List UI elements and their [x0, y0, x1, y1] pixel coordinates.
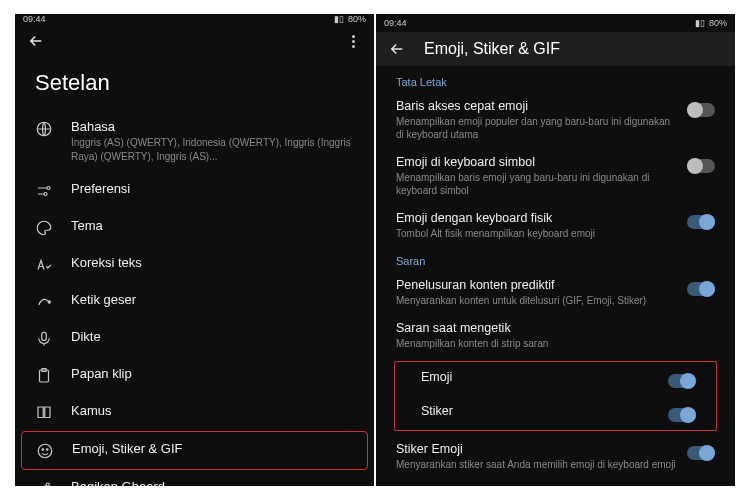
row-title: Kamus	[71, 403, 354, 418]
back-button[interactable]	[388, 40, 406, 58]
clipboard-icon	[35, 367, 53, 385]
setting-penelusuran-prediktif[interactable]: Penelusuran konten prediktif Menyarankan…	[382, 271, 729, 314]
setting-stiker-emoji[interactable]: Stiker Emoji Menyarankan stiker saat And…	[382, 435, 729, 478]
setting-emoji-keyboard-simbol[interactable]: Emoji di keyboard simbol Menampilkan bar…	[382, 148, 729, 204]
sidebar-item-preferensi[interactable]: Preferensi	[21, 172, 368, 209]
setting-emoji-keyboard-fisik[interactable]: Emoji dengan keyboard fisik Tombol Alt f…	[382, 204, 729, 247]
setting-title: Emoji	[415, 370, 658, 384]
toggle-switch[interactable]	[668, 374, 696, 388]
toggle-switch[interactable]	[687, 159, 715, 173]
row-title: Emoji, Stiker & GIF	[72, 441, 353, 456]
row-title: Koreksi teks	[71, 255, 354, 270]
setting-title: Baris akses cepat emoji	[396, 99, 677, 113]
setting-title: Emoji dengan keyboard fisik	[396, 211, 677, 225]
back-button[interactable]	[27, 32, 45, 50]
setting-desc: Menampilkan baris emoji yang baru-baru i…	[396, 171, 677, 197]
sliders-icon	[35, 182, 53, 200]
sidebar-item-dikte[interactable]: Dikte	[21, 320, 368, 357]
svg-point-2	[44, 193, 47, 196]
status-right: ▮▯ 80%	[334, 14, 366, 24]
sidebar-item-tema[interactable]: Tema	[21, 209, 368, 246]
row-sub: Inggris (AS) (QWERTY), Indonesia (QWERTY…	[71, 136, 354, 163]
setting-saran-stiker[interactable]: Stiker	[395, 396, 716, 430]
setting-desc: Menyarankan stiker saat Anda memilih emo…	[396, 458, 677, 471]
section-tata-letak: Tata Letak	[382, 68, 729, 92]
row-title: Bahasa	[71, 119, 354, 134]
sidebar-item-bahasa[interactable]: Bahasa Inggris (AS) (QWERTY), Indonesia …	[21, 110, 368, 172]
topbar-left	[15, 24, 374, 58]
svg-point-7	[38, 444, 52, 458]
status-time: 09:44	[384, 18, 407, 28]
toggle-switch[interactable]	[687, 282, 715, 296]
sidebar-item-papan-klip[interactable]: Papan klip	[21, 357, 368, 394]
setting-title: Emoji di keyboard simbol	[396, 155, 677, 169]
setting-baris-akses-cepat[interactable]: Baris akses cepat emoji Menampilkan emoj…	[382, 92, 729, 148]
svg-rect-4	[42, 332, 47, 340]
share-icon	[35, 480, 53, 486]
status-right: ▮▯ 80%	[695, 18, 727, 28]
svg-point-9	[47, 449, 49, 451]
swipe-icon	[35, 293, 53, 311]
text-check-icon	[35, 256, 53, 274]
status-bar-left: 09:44 ▮▯ 80%	[15, 14, 374, 24]
sidebar-item-kamus[interactable]: Kamus	[21, 394, 368, 431]
mic-icon	[35, 330, 53, 348]
svg-point-11	[46, 483, 49, 486]
setting-title: Penelusuran konten prediktif	[396, 278, 677, 292]
row-title: Ketik geser	[71, 292, 354, 307]
typing-suggestions-group: Emoji Stiker	[394, 361, 717, 431]
topbar-right: Emoji, Stiker & GIF	[376, 32, 735, 66]
row-title: Papan klip	[71, 366, 354, 381]
svg-point-3	[48, 301, 50, 303]
setting-saran-mengetik-header: Saran saat mengetik Menampilkan konten d…	[382, 314, 729, 357]
settings-pane: 09:44 ▮▯ 80% Setelan Bahasa Inggris (AS)…	[15, 14, 374, 486]
emoji-settings-pane: 09:44 ▮▯ 80% Emoji, Stiker & GIF Tata Le…	[376, 14, 735, 486]
toggle-switch[interactable]	[687, 446, 715, 460]
sidebar-item-bagikan-gboard[interactable]: Bagikan Gboard	[21, 470, 368, 486]
battery-text: 80%	[348, 14, 366, 24]
signal-icon: ▮▯	[695, 18, 705, 28]
sidebar-item-ketik-geser[interactable]: Ketik geser	[21, 283, 368, 320]
sidebar-item-emoji-stiker-gif[interactable]: Emoji, Stiker & GIF	[21, 431, 368, 470]
setting-title: Saran saat mengetik	[396, 321, 715, 335]
toggle-switch[interactable]	[687, 215, 715, 229]
setting-saran-emoji[interactable]: Emoji	[395, 362, 716, 396]
setting-desc: Tombol Alt fisik menampilkan keyboard em…	[396, 227, 677, 240]
signal-icon: ▮▯	[334, 14, 344, 24]
toggle-switch[interactable]	[687, 103, 715, 117]
palette-icon	[35, 219, 53, 237]
emoji-icon	[36, 442, 54, 460]
toggle-switch[interactable]	[668, 408, 696, 422]
setting-desc: Menyarankan konten untuk ditelusuri (GIF…	[396, 294, 677, 307]
section-saran: Saran	[382, 247, 729, 271]
row-title: Tema	[71, 218, 354, 233]
header-title: Emoji, Stiker & GIF	[424, 40, 560, 58]
setting-desc: Menampilkan konten di strip saran	[396, 337, 715, 350]
globe-icon	[35, 120, 53, 138]
setting-title: Stiker	[415, 404, 658, 418]
status-bar-right: 09:44 ▮▯ 80%	[376, 14, 735, 32]
row-title: Dikte	[71, 329, 354, 344]
row-title: Bagikan Gboard	[71, 479, 354, 486]
page-title: Setelan	[15, 58, 374, 110]
book-icon	[35, 404, 53, 422]
battery-text: 80%	[709, 18, 727, 28]
sidebar-item-koreksi-teks[interactable]: Koreksi teks	[21, 246, 368, 283]
row-title: Preferensi	[71, 181, 354, 196]
settings-list: Bahasa Inggris (AS) (QWERTY), Indonesia …	[15, 110, 374, 486]
more-menu-button[interactable]	[344, 32, 362, 50]
setting-desc: Menampilkan emoji populer dan yang baru-…	[396, 115, 677, 141]
svg-point-8	[42, 449, 44, 451]
svg-point-1	[47, 187, 50, 190]
setting-title: Stiker Emoji	[396, 442, 677, 456]
right-content: Tata Letak Baris akses cepat emoji Menam…	[376, 66, 735, 484]
status-time: 09:44	[23, 14, 46, 24]
